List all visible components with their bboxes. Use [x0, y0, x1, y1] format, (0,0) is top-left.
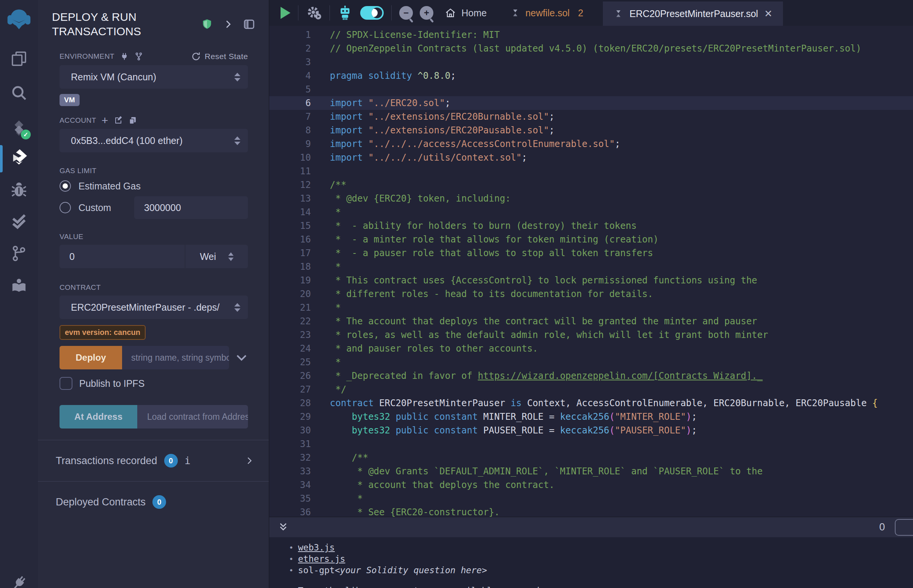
code-text: * roles, as well as the default admin ro… [311, 328, 768, 342]
code-line-1[interactable]: 1// SPDX-License-Identifier: MIT [269, 28, 913, 42]
code-line-30[interactable]: 30 bytes32 public constant PAUSER_ROLE =… [269, 423, 913, 437]
code-line-17[interactable]: 17 * - a pauser role that allows to stop… [269, 246, 913, 260]
tab-newfile[interactable]: newfile.sol 2 [510, 8, 583, 19]
code-line-9[interactable]: 9import "../../../access/AccessControlEn… [269, 137, 913, 151]
tab-active-file[interactable]: ERC20PresetMinterPauser.sol ✕ [603, 2, 783, 26]
web3-link[interactable]: web3.js [298, 542, 335, 553]
deployed-contracts-row[interactable]: Deployed Contracts 0 [38, 481, 269, 522]
remix-logo-icon[interactable] [0, 7, 38, 32]
code-line-11[interactable]: 11 [269, 165, 913, 178]
tab-home[interactable]: Home [445, 7, 487, 19]
shield-icon[interactable] [201, 19, 213, 30]
code-line-22[interactable]: 22 * The account that deploys the contra… [269, 315, 913, 328]
environment-select[interactable]: Remix VM (Cancun) [60, 65, 248, 89]
line-number: 5 [269, 82, 311, 96]
custom-gas-input[interactable] [134, 196, 248, 219]
code-line-33[interactable]: 33 * @dev Grants `DEFAULT_ADMIN_ROLE`, `… [269, 465, 913, 478]
code-line-5[interactable]: 5 [269, 82, 913, 96]
ai-toggle-on[interactable] [360, 6, 384, 20]
zoom-in-icon[interactable]: + [420, 6, 433, 20]
chevron-right-icon[interactable] [244, 456, 254, 465]
close-tab-icon[interactable]: ✕ [764, 8, 772, 20]
code-line-2[interactable]: 2// OpenZeppelin Contracts (last updated… [269, 42, 913, 55]
terminal[interactable]: • web3.js • ethers.js • sol-gpt <your So… [269, 537, 913, 588]
code-line-15[interactable]: 15 * - ability for holders to burn (dest… [269, 219, 913, 233]
code-line-14[interactable]: 14 * [269, 205, 913, 219]
zoom-out-icon[interactable]: − [399, 6, 413, 20]
copy-icon[interactable] [128, 116, 137, 125]
account-select[interactable]: 0x5B3...eddC4 (100 ether) [60, 129, 248, 152]
unit-testing-icon[interactable] [0, 213, 38, 230]
plus-icon[interactable]: + [102, 117, 108, 124]
plugin-manager-icon[interactable] [0, 574, 38, 588]
terminal-bar[interactable]: 0 [269, 517, 913, 537]
code-line-18[interactable]: 18 * [269, 260, 913, 273]
learneth-icon[interactable] [0, 277, 38, 295]
code-line-26[interactable]: 26 * _Deprecated in favor of https://wiz… [269, 369, 913, 383]
edit-icon[interactable] [114, 116, 123, 125]
code-line-34[interactable]: 34 * account that deploys the contract. [269, 478, 913, 492]
reset-state-button[interactable]: Reset State [191, 52, 248, 61]
code-line-28[interactable]: 28contract ERC20PresetMinterPauser is Co… [269, 396, 913, 410]
code-line-4[interactable]: 4pragma solidity ^0.8.0; [269, 69, 913, 82]
code-line-12[interactable]: 12/** [269, 178, 913, 192]
file-explorer-icon[interactable] [0, 50, 38, 68]
chevrons-down-icon[interactable] [278, 522, 289, 533]
git-icon[interactable] [0, 245, 38, 262]
at-address-button[interactable]: At Address [60, 405, 137, 428]
code-line-20[interactable]: 20 * different roles - head to its docum… [269, 287, 913, 301]
chevron-right-icon[interactable] [223, 19, 233, 29]
terminal-search-box[interactable] [895, 519, 913, 536]
search-icon[interactable] [0, 84, 38, 102]
code-line-24[interactable]: 24 * and pauser roles to other accounts. [269, 342, 913, 355]
radio-unselected[interactable] [60, 202, 71, 213]
estimated-gas-option[interactable]: Estimated Gas [60, 180, 248, 192]
at-address-input[interactable] [137, 405, 248, 428]
script-config-icon[interactable] [306, 5, 322, 21]
code-line-35[interactable]: 35 * [269, 492, 913, 506]
code-line-32[interactable]: 32 /** [269, 451, 913, 465]
run-script-icon[interactable] [280, 7, 290, 19]
code-line-23[interactable]: 23 * roles, as well as the default admin… [269, 328, 913, 342]
code-line-21[interactable]: 21 * [269, 301, 913, 315]
terminal-line: • ethers.js [289, 553, 913, 564]
debugger-icon[interactable] [0, 181, 38, 199]
solidity-compiler-icon[interactable]: ✓ [0, 120, 38, 137]
ethers-link[interactable]: ethers.js [298, 553, 345, 564]
constructor-args-input[interactable] [122, 346, 229, 369]
info-icon[interactable]: i [185, 455, 191, 466]
code-text: pragma solidity ^0.8.0; [311, 69, 456, 82]
value-unit-select[interactable]: Wei [185, 245, 248, 268]
contract-select[interactable]: ERC20PresetMinterPauser - .deps/ [60, 296, 248, 319]
code-line-6[interactable]: 6import "../ERC20.sol"; [269, 96, 913, 110]
radio-selected[interactable] [60, 180, 71, 192]
panel-title: DEPLOY & RUN TRANSACTIONS [52, 10, 177, 39]
code-line-16[interactable]: 16 * - a minter role that allows for tok… [269, 233, 913, 246]
transactions-recorded-row[interactable]: Transactions recorded 0 i [38, 440, 269, 481]
deploy-and-run-icon[interactable] [0, 149, 38, 166]
code-editor[interactable]: 1// SPDX-License-Identifier: MIT2// Open… [269, 26, 913, 519]
fork-icon[interactable] [134, 52, 143, 61]
custom-gas-option[interactable]: Custom [60, 196, 248, 219]
code-line-7[interactable]: 7import "../extensions/ERC20Burnable.sol… [269, 110, 913, 123]
plug-icon[interactable] [120, 52, 129, 61]
code-line-10[interactable]: 10import "../../../utils/Context.sol"; [269, 151, 913, 165]
expand-constructor-icon[interactable] [235, 351, 248, 364]
code-line-19[interactable]: 19 * This contract uses {AccessControl} … [269, 273, 913, 287]
code-line-25[interactable]: 25 * [269, 355, 913, 369]
value-input[interactable] [60, 245, 185, 268]
ai-assistant-robot-icon[interactable] [337, 5, 353, 21]
publish-ipfs-option[interactable]: Publish to IPFS [60, 377, 248, 390]
code-line-31[interactable]: 31 [269, 437, 913, 451]
code-text: bytes32 public constant PAUSER_ROLE = ke… [311, 423, 697, 437]
code-line-8[interactable]: 8import "../extensions/ERC20Pausable.sol… [269, 123, 913, 137]
code-line-27[interactable]: 27 */ [269, 383, 913, 396]
code-text: * @dev Grants `DEFAULT_ADMIN_ROLE`, `MIN… [311, 465, 763, 478]
line-number: 34 [269, 478, 311, 492]
publish-ipfs-checkbox[interactable] [60, 377, 73, 390]
layout-columns-icon[interactable] [243, 18, 255, 30]
code-line-3[interactable]: 3 [269, 55, 913, 69]
deploy-button[interactable]: Deploy [60, 346, 122, 369]
code-line-29[interactable]: 29 bytes32 public constant MINTER_ROLE =… [269, 410, 913, 423]
code-line-13[interactable]: 13 * @dev {ERC20} token, including: [269, 192, 913, 205]
